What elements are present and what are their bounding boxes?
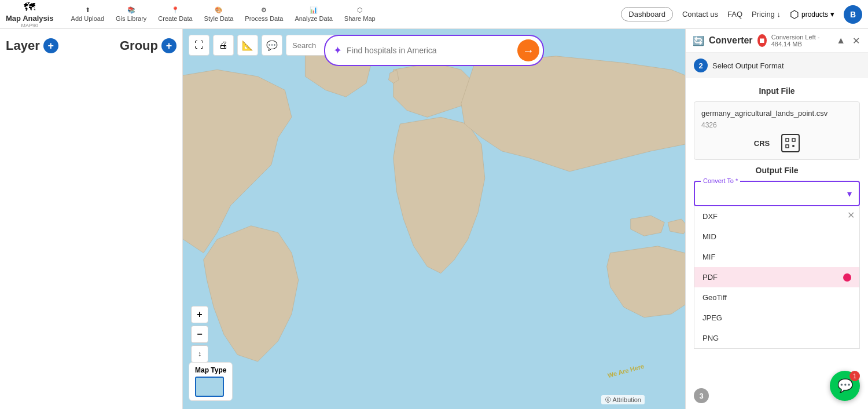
products-icon: ⬡ [790,8,799,21]
format-option-png[interactable]: PNG [694,328,859,348]
pdf-selected-indicator [843,273,851,282]
brand-sub: MAP90 [21,23,39,28]
input-file-box: germany_agricultural_lands_point.csv 432… [694,101,860,160]
zoom-in-button[interactable]: + [191,306,208,323]
converter-body: Input File germany_agricultural_lands_po… [686,78,868,409]
step-3-indicator: 3 [694,388,709,403]
svg-rect-1 [786,138,789,141]
map-area[interactable]: ⛶ 🖨 📐 💬 🔍 ✦ → [183,29,685,409]
converter-header: 🔄 Converter ⏹ Conversion Left - 484.14 M… [686,29,868,53]
convert-to-trigger[interactable]: ▾ [695,182,859,205]
style-data-icon: 🎨 [215,6,223,14]
input-file-title: Input File [694,86,860,96]
convert-to-wrapper: Convert To * ▾ ✕ DXF [694,181,860,349]
scan-button[interactable] [781,134,800,152]
gis-library-icon: 📚 [127,6,135,14]
nav-analyze-data[interactable]: 📊 Analyze Data [295,6,332,22]
svg-rect-2 [792,138,795,141]
nav-gis-library[interactable]: 📚 Gis Library [116,6,146,22]
add-upload-icon: ⬆ [85,6,90,14]
nav-add-upload[interactable]: ⬆ Add Upload [71,6,105,22]
layer-label: Layer [6,38,40,53]
dropdown-arrow-icon: ▾ [847,188,852,199]
format-option-pdf[interactable]: PDF [694,267,859,287]
nav-process-data[interactable]: ⚙ Process Data [245,6,283,22]
step-2-number: 2 [694,59,708,72]
conversion-info: Conversion Left - 484.14 MB [771,34,830,48]
converter-minimize-button[interactable]: ▲ [835,34,847,47]
left-panel: Layer + Group + [0,29,183,409]
format-option-mif[interactable]: MIF [694,247,859,267]
step-2-indicator: 2 Select Output Format [686,53,868,78]
svg-point-4 [792,145,795,147]
converter-title: Converter [709,35,753,46]
map-type-label: Map Type [195,366,226,374]
convert-to-select-wrapper: Convert To * ▾ [694,181,860,206]
step-2-label: Select Output Format [712,61,784,70]
dashboard-link[interactable]: Dashboard [621,7,673,21]
svg-rect-3 [786,145,789,148]
map-type-thumbnail[interactable] [195,377,224,397]
ai-submit-button[interactable]: → [517,39,539,61]
products-button[interactable]: ⬡ products ▾ [790,8,834,21]
brand-title: Map Analysis [6,14,54,23]
process-data-icon: ⚙ [261,6,267,14]
add-group-button[interactable]: + [161,38,176,53]
brand-icon: 🗺 [24,1,35,14]
output-file-title: Output File [694,166,860,175]
format-option-jpeg[interactable]: JPEG [694,308,859,328]
measure-button[interactable]: 📐 [237,35,258,56]
pricing-link[interactable]: Pricing ↓ [752,10,781,19]
crs-value: 4326 [701,121,852,129]
top-navigation: 🗺 Map Analysis MAP90 ⬆ Add Upload 📚 Gis … [0,0,868,29]
converter-refresh-icon: 🔄 [693,35,704,46]
add-layer-button[interactable]: + [43,38,58,53]
compass-button[interactable]: ↕ [191,345,208,363]
converter-close-button[interactable]: ✕ [851,34,861,48]
group-button[interactable]: Group + [120,38,176,53]
scan-icon [785,138,796,148]
ai-search-bar: ✦ → [324,35,544,66]
create-data-icon: 📍 [171,6,179,14]
brand-logo: 🗺 Map Analysis MAP90 [6,1,54,28]
map-type-panel: Map Type [189,362,233,401]
nav-share-map[interactable]: ⬡ Share Map [344,6,376,22]
faq-link[interactable]: FAQ [727,10,742,19]
contact-link[interactable]: Contact us [682,10,718,19]
ai-icon: ✦ [333,44,342,57]
nav-right-area: Dashboard Contact us FAQ Pricing ↓ ⬡ pro… [621,5,862,24]
map-controls: + − ↕ [191,306,208,363]
chat-badge: 1 [849,371,860,381]
converter-stop-button[interactable]: ⏹ [757,34,767,47]
crs-button[interactable]: CRS [754,139,770,148]
format-option-geotiff[interactable]: GeoTiff [694,287,859,308]
group-label: Group [120,38,158,53]
zoom-out-button[interactable]: − [191,326,208,343]
world-map-svg [183,29,685,409]
chevron-down-icon: ▾ [830,10,834,19]
comment-button[interactable]: 💬 [262,35,282,56]
layer-button[interactable]: Layer + [6,38,58,53]
analyze-data-icon: 📊 [310,6,318,14]
input-filename: germany_agricultural_lands_point.csv [701,109,852,118]
converter-panel: 🔄 Converter ⏹ Conversion Left - 484.14 M… [685,29,868,409]
layer-group-header: Layer + Group + [6,35,176,57]
format-option-mid[interactable]: MID [694,227,859,247]
crs-row: CRS [701,134,852,152]
zoom-extent-button[interactable]: ⛶ [189,35,209,56]
print-button[interactable]: 🖨 [213,35,234,56]
attribution-button[interactable]: 🛈 Attribution [601,395,645,404]
user-avatar[interactable]: B [844,5,862,24]
format-option-dxf[interactable]: DXF [694,206,859,227]
map-container: Layer + Group + ⛶ 🖨 📐 💬 🔍 ✦ → [0,29,868,409]
output-file-section: Convert To * ▾ ✕ DXF [694,181,860,349]
chat-button[interactable]: 💬 1 [830,371,860,401]
share-map-icon: ⬡ [357,6,363,14]
nav-style-data[interactable]: 🎨 Style Data [204,6,234,22]
ai-search-input[interactable] [347,46,513,55]
dropdown-close-button[interactable]: ✕ [847,210,855,221]
format-dropdown-list: ✕ DXF MID MIF PDF [694,206,860,349]
convert-to-label: Convert To * [701,177,740,184]
nav-create-data[interactable]: 📍 Create Data [158,6,192,22]
